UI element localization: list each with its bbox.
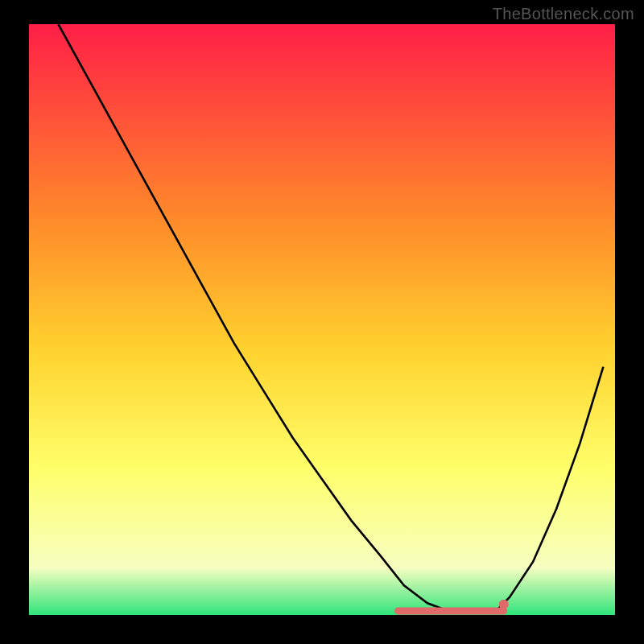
chart-frame: TheBottleneck.com: [0, 0, 644, 644]
watermark-text: TheBottleneck.com: [493, 5, 634, 23]
optimal-point-marker: [499, 600, 509, 609]
bottleneck-chart: [0, 0, 644, 644]
gradient-background: [29, 24, 615, 615]
